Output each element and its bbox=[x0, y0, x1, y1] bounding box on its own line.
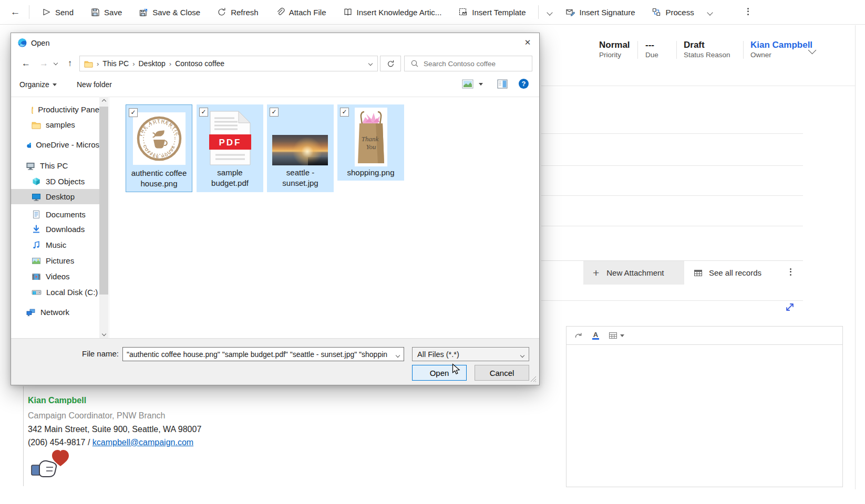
sidebar-item-videos[interactable]: Videos bbox=[11, 269, 99, 284]
save-icon bbox=[90, 7, 100, 17]
folder-icon bbox=[84, 60, 93, 68]
template-icon bbox=[458, 7, 468, 17]
nav-up-button[interactable]: ↑ bbox=[63, 56, 77, 71]
file-tile-sample-budget-pdf[interactable]: ✓ PDF samplebudget.pdf bbox=[197, 104, 263, 192]
chevron-down-icon bbox=[53, 83, 57, 86]
chevron-down-icon bbox=[620, 334, 624, 337]
file-type-select[interactable]: All Files (*.*) bbox=[412, 347, 529, 361]
sidebar-item-music[interactable]: Music bbox=[11, 237, 99, 253]
breadcrumb-this-pc[interactable]: This PC bbox=[102, 59, 129, 68]
help-icon[interactable]: ? bbox=[519, 79, 529, 89]
sidebar-item-downloads[interactable]: Downloads bbox=[11, 222, 99, 237]
sidebar-item-productivity-pane[interactable]: Productivity Pane bbox=[11, 102, 99, 117]
save-and-close-button[interactable]: Save & Close bbox=[130, 0, 209, 24]
view-options-chevron-icon[interactable] bbox=[479, 83, 483, 86]
table-icon bbox=[694, 269, 703, 277]
email-body-region[interactable]: A bbox=[566, 326, 843, 487]
file-tile-seattle-sunset[interactable]: ✓ seattle -sunset.jpg bbox=[267, 104, 334, 192]
file-name-input[interactable] bbox=[123, 350, 392, 359]
status-reason-field: Draft Status Reason bbox=[684, 40, 730, 59]
insert-template-button[interactable]: Insert Template bbox=[450, 0, 534, 24]
sunset-photo-thumbnail bbox=[272, 135, 328, 165]
refresh-button[interactable]: Refresh bbox=[209, 0, 267, 24]
breadcrumb-desktop[interactable]: Desktop bbox=[138, 59, 165, 68]
insert-signature-button[interactable]: Insert Signature bbox=[557, 0, 644, 24]
sidebar-item-3d-objects[interactable]: 3D Objects bbox=[11, 174, 99, 189]
redo-icon[interactable] bbox=[574, 332, 583, 340]
sidebar-item-documents[interactable]: Documents bbox=[11, 207, 99, 222]
address-refresh-button[interactable] bbox=[380, 56, 401, 71]
attach-file-button[interactable]: Attach File bbox=[267, 0, 335, 24]
file-tile-authentic-coffee-house[interactable]: ✓ THE AUTHENTIC COFFEE HOUSE authentic c… bbox=[126, 104, 192, 192]
file-name-combobox[interactable] bbox=[122, 347, 404, 361]
sidebar-item-pictures[interactable]: Pictures bbox=[11, 253, 99, 268]
new-attachment-button[interactable]: + New Attachment bbox=[583, 261, 684, 285]
sidebar-item-this-pc[interactable]: This PC bbox=[11, 158, 99, 173]
signature-role: Campaign Coordinator, PNW Branch bbox=[28, 411, 165, 421]
documents-icon bbox=[32, 210, 41, 219]
signature-phone: (206) 454-9817 bbox=[28, 438, 85, 447]
more-commands-icon[interactable] bbox=[745, 6, 751, 16]
process-button[interactable]: Process bbox=[643, 0, 702, 24]
signature-email-link[interactable]: kcampbell@campaign.com bbox=[92, 438, 193, 447]
preview-pane-icon[interactable] bbox=[497, 79, 508, 89]
file-tile-shopping[interactable]: ✓ Thank You shopping.png bbox=[337, 104, 404, 181]
due-value: --- bbox=[645, 40, 658, 50]
scroll-down-button[interactable] bbox=[99, 329, 108, 338]
owner-field: Kian Campbell Owner bbox=[750, 40, 812, 59]
nav-back-button[interactable]: ← bbox=[18, 56, 33, 71]
sidebar-item-onedrive[interactable]: OneDrive - Micros bbox=[11, 137, 99, 152]
file-checkbox[interactable]: ✓ bbox=[270, 108, 279, 117]
dialog-titlebar[interactable]: Open ✕ bbox=[11, 33, 539, 53]
save-button[interactable]: Save bbox=[82, 0, 130, 24]
file-checkbox[interactable]: ✓ bbox=[340, 108, 349, 117]
organize-menu[interactable]: Organize bbox=[19, 80, 57, 89]
desktop-icon bbox=[32, 193, 41, 201]
videos-icon bbox=[32, 272, 41, 281]
thumbnail-view-icon[interactable] bbox=[462, 79, 473, 89]
sidebar-item-samples[interactable]: samples bbox=[11, 117, 99, 132]
process-chevron[interactable] bbox=[703, 7, 717, 17]
sidebar-item-desktop[interactable]: Desktop bbox=[11, 189, 99, 204]
scrollbar-thumb[interactable] bbox=[99, 107, 108, 295]
divider bbox=[11, 97, 539, 97]
file-checkbox[interactable]: ✓ bbox=[129, 108, 138, 117]
divider bbox=[29, 5, 29, 19]
breadcrumb-contoso-coffee[interactable]: Contoso coffee bbox=[175, 59, 224, 68]
search-box[interactable] bbox=[404, 56, 532, 71]
cancel-button[interactable]: Cancel bbox=[475, 365, 529, 381]
chevron-down-icon bbox=[707, 9, 713, 15]
sidebar-item-local-disk-c[interactable]: Local Disk (C:) bbox=[11, 285, 99, 300]
insert-table-button[interactable] bbox=[609, 331, 624, 340]
close-button[interactable]: ✕ bbox=[519, 35, 536, 50]
attachments-more-icon[interactable] bbox=[787, 267, 794, 277]
sidebar-item-network[interactable]: Network bbox=[11, 304, 99, 320]
toolbar-overflow-chevron[interactable] bbox=[542, 7, 557, 17]
back-button[interactable]: ← bbox=[5, 0, 25, 24]
crumb-separator: › bbox=[166, 60, 175, 68]
scroll-up-button[interactable] bbox=[99, 97, 108, 106]
see-all-records-button[interactable]: See all records bbox=[687, 261, 777, 285]
resize-grip[interactable] bbox=[530, 375, 537, 383]
pc-icon bbox=[26, 162, 35, 170]
file-checkbox[interactable]: ✓ bbox=[199, 108, 208, 117]
insert-knowledge-article-button[interactable]: Insert Knowledge Artic... bbox=[335, 0, 450, 24]
svg-text:You: You bbox=[366, 143, 376, 151]
expand-editor-icon[interactable] bbox=[784, 301, 796, 313]
highlight-color-icon[interactable]: A bbox=[592, 332, 599, 340]
separator: / bbox=[88, 438, 90, 447]
folder-icon bbox=[32, 121, 41, 129]
nav-forward-button[interactable]: → bbox=[36, 56, 51, 71]
search-input[interactable] bbox=[423, 59, 524, 68]
owner-value-link[interactable]: Kian Campbell bbox=[750, 40, 812, 50]
chevron-up-icon bbox=[101, 99, 106, 103]
recent-locations-chevron-icon[interactable] bbox=[54, 61, 58, 65]
address-bar[interactable]: › This PC › Desktop › Contoso coffee bbox=[79, 56, 378, 71]
file-label: samplebudget.pdf bbox=[197, 167, 263, 188]
status-reason-value: Draft bbox=[684, 40, 730, 50]
file-name-dropdown[interactable] bbox=[392, 350, 404, 359]
address-dropdown-chevron-icon[interactable] bbox=[368, 61, 373, 66]
new-folder-button[interactable]: New folder bbox=[77, 80, 112, 89]
send-button[interactable]: Send bbox=[33, 0, 82, 24]
sidebar-scrollbar[interactable] bbox=[99, 97, 108, 338]
